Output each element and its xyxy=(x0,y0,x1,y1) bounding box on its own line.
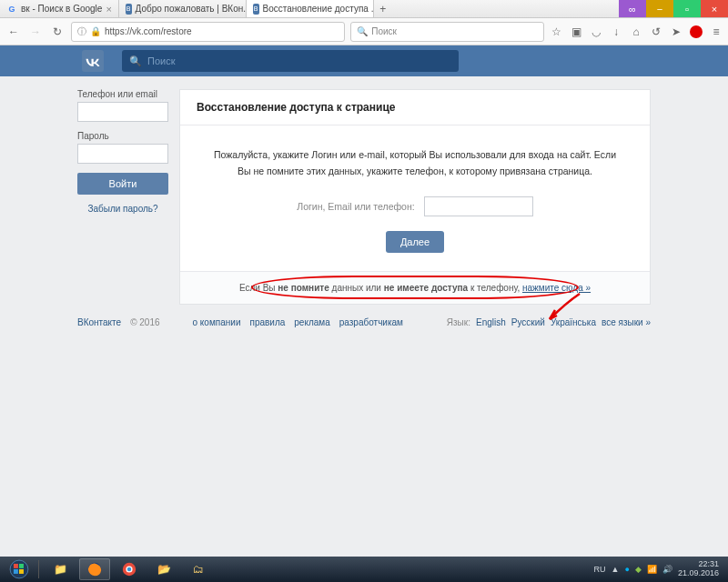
vk-page-bg: Телефон или email Пароль Войти Забыли па… xyxy=(0,76,728,557)
home-icon[interactable]: ⌂ xyxy=(630,25,642,38)
close-window-button[interactable]: × xyxy=(701,0,728,17)
password-label: Пароль xyxy=(77,131,168,141)
footer-brand[interactable]: ВКонтакте xyxy=(77,317,121,327)
login-sidebar: Телефон или email Пароль Войти Забыли па… xyxy=(77,89,168,305)
taskbar-firefox-icon[interactable] xyxy=(79,558,110,580)
star-icon[interactable]: ☆ xyxy=(550,25,562,38)
search-icon: 🔍 xyxy=(129,55,142,67)
browser-search-box[interactable]: 🔍 Поиск xyxy=(350,22,544,42)
tray-flag-icon[interactable]: ▲ xyxy=(612,565,620,574)
lang-ua[interactable]: Українська xyxy=(551,317,596,327)
tab-title: Добро пожаловать | ВКон... xyxy=(136,4,247,14)
taskbar: 📁 📂 🗂 RU ▲ ● ◆ 📶 🔊 22:31 21.09.2016 xyxy=(0,557,728,582)
window-controls: ∞ − ▫ × xyxy=(619,0,728,17)
back-button[interactable]: ← xyxy=(5,24,22,40)
info-icon[interactable]: ⓘ xyxy=(77,25,86,38)
next-button[interactable]: Далее xyxy=(386,231,444,253)
window-extra-button[interactable]: ∞ xyxy=(619,0,646,17)
browser-tab[interactable]: G вк - Поиск в Google × xyxy=(0,0,119,17)
lang-label: Язык: xyxy=(447,317,470,327)
share-icon[interactable]: ➤ xyxy=(670,25,682,38)
login-input[interactable] xyxy=(77,102,168,122)
reload-button[interactable]: ↻ xyxy=(49,24,66,40)
restore-field-label: Логин, Email или телефон: xyxy=(297,201,414,212)
maximize-button[interactable]: ▫ xyxy=(673,0,701,17)
favicon-google: G xyxy=(6,4,17,15)
no-access-prompt: Если Вы не помните данных или не имеете … xyxy=(180,271,650,304)
lang-en[interactable]: English xyxy=(476,317,506,327)
vk-footer: ВКонтакте © 2016 о компании правила рекл… xyxy=(77,317,651,327)
browser-toolbar: ← → ↻ ⓘ 🔒 https://vk.com/restore 🔍 Поиск… xyxy=(0,18,728,45)
minimize-button[interactable]: − xyxy=(646,0,673,17)
save-icon[interactable]: ▣ xyxy=(570,25,582,38)
favicon-vk: B xyxy=(126,4,132,15)
svg-rect-3 xyxy=(14,569,18,574)
lang-ru[interactable]: Русский xyxy=(511,317,545,327)
adblock-icon[interactable] xyxy=(690,25,703,38)
tray-network-icon[interactable]: 📶 xyxy=(647,565,657,574)
forgot-password-link[interactable]: Забыли пароль? xyxy=(87,204,157,214)
search-icon: 🔍 xyxy=(357,26,368,36)
vk-search-placeholder: Поиск xyxy=(147,55,175,66)
browser-tab-active[interactable]: B Восстановление доступа ... × xyxy=(247,0,374,17)
taskbar-folder-icon[interactable]: 🗂 xyxy=(183,558,214,580)
search-placeholder: Поиск xyxy=(371,26,397,36)
taskbar-explorer2-icon[interactable]: 📂 xyxy=(148,558,179,580)
page-title: Восстановление доступа к странице xyxy=(180,90,650,125)
svg-rect-4 xyxy=(19,569,24,574)
lock-icon: 🔒 xyxy=(90,26,101,36)
tray-lang[interactable]: RU xyxy=(594,565,606,574)
instructions-text: Пожалуйста, укажите Логин или e-mail, ко… xyxy=(206,147,624,180)
footer-ads-link[interactable]: реклама xyxy=(294,317,329,327)
pocket-icon[interactable]: ◡ xyxy=(590,25,602,38)
svg-rect-1 xyxy=(14,564,18,568)
login-button[interactable]: Войти xyxy=(77,173,168,195)
vk-header: 🔍 Поиск xyxy=(0,45,728,76)
new-tab-button[interactable]: + xyxy=(374,0,392,17)
svg-point-8 xyxy=(127,567,132,572)
password-input[interactable] xyxy=(77,144,168,164)
download-icon[interactable]: ↓ xyxy=(610,25,622,38)
taskbar-chrome-icon[interactable] xyxy=(114,558,145,580)
forward-button[interactable]: → xyxy=(27,24,44,40)
sync-icon[interactable]: ↺ xyxy=(650,25,662,38)
tab-title: Восстановление доступа ... xyxy=(263,4,374,14)
login-label: Телефон или email xyxy=(77,89,168,99)
browser-tabstrip: G вк - Поиск в Google × B Добро пожалова… xyxy=(0,0,728,18)
taskbar-explorer-icon[interactable]: 📁 xyxy=(45,558,76,580)
lang-all[interactable]: все языки » xyxy=(602,317,651,327)
tray-skype-icon[interactable]: ● xyxy=(625,565,630,574)
tray-clock[interactable]: 22:31 21.09.2016 xyxy=(678,560,723,578)
tab-title: вк - Поиск в Google xyxy=(21,4,102,14)
footer-year: © 2016 xyxy=(130,317,159,327)
start-button[interactable] xyxy=(5,558,33,580)
toolbar-icons: ☆ ▣ ◡ ↓ ⌂ ↺ ➤ ≡ xyxy=(550,25,723,38)
tray-shield-icon[interactable]: ◆ xyxy=(635,565,642,574)
vk-search-box[interactable]: 🔍 Поиск xyxy=(122,50,459,72)
system-tray: RU ▲ ● ◆ 📶 🔊 22:31 21.09.2016 xyxy=(594,560,723,578)
close-icon[interactable]: × xyxy=(106,4,111,15)
tray-volume-icon[interactable]: 🔊 xyxy=(662,565,672,574)
restore-input[interactable] xyxy=(424,196,533,216)
restore-panel: Восстановление доступа к странице Пожалу… xyxy=(179,89,651,305)
address-bar[interactable]: ⓘ 🔒 https://vk.com/restore xyxy=(71,22,345,42)
footer-rules-link[interactable]: правила xyxy=(249,317,285,327)
footer-devs-link[interactable]: разработчикам xyxy=(339,317,403,327)
footer-about-link[interactable]: о компании xyxy=(193,317,241,327)
no-access-link[interactable]: нажмите сюда » xyxy=(522,283,591,293)
vk-logo[interactable] xyxy=(82,50,104,72)
url-text: https://vk.com/restore xyxy=(105,26,192,36)
favicon-vk: B xyxy=(253,4,259,15)
browser-tab[interactable]: B Добро пожаловать | ВКон... × xyxy=(119,0,247,17)
menu-icon[interactable]: ≡ xyxy=(710,25,723,38)
svg-rect-2 xyxy=(19,564,24,568)
